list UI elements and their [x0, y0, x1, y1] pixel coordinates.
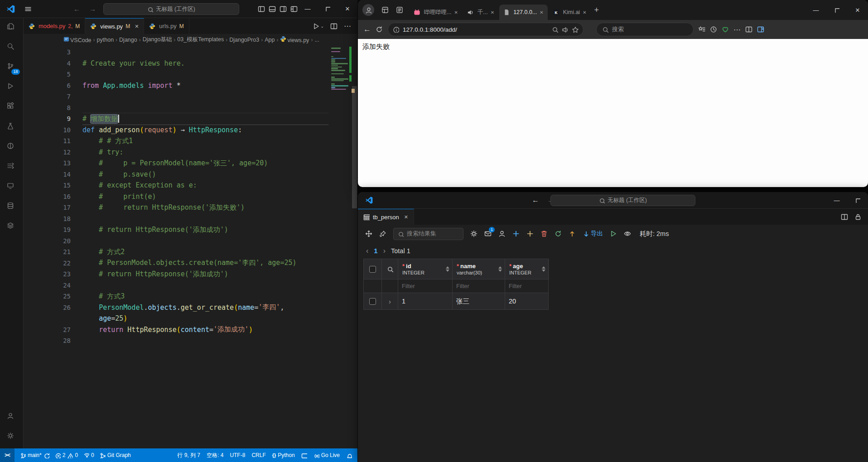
- browser-essentials-icon[interactable]: [722, 26, 729, 33]
- screencast-icon[interactable]: [301, 452, 307, 458]
- tab-tb-person[interactable]: tb_person ✕: [358, 209, 414, 225]
- breadcrumb-item[interactable]: Django: [119, 37, 137, 43]
- testing-icon[interactable]: [7, 122, 17, 132]
- split-screen-icon[interactable]: [745, 26, 752, 33]
- toggle-sidebar-icon[interactable]: [258, 5, 265, 13]
- code-line[interactable]: 14 # p.save(): [24, 169, 328, 180]
- close-tab-icon[interactable]: ✕: [540, 10, 543, 15]
- result-search-input[interactable]: 搜索结果集: [393, 228, 463, 240]
- add-row-icon[interactable]: [512, 230, 520, 237]
- code-line[interactable]: 5: [24, 69, 328, 80]
- code-line[interactable]: 9# 增加数据: [24, 113, 328, 125]
- sort-arrows-icon[interactable]: [498, 266, 502, 272]
- pin-icon[interactable]: [379, 230, 386, 237]
- code-line[interactable]: age=25): [24, 313, 328, 324]
- user-icon[interactable]: [498, 230, 506, 237]
- code-line[interactable]: 19 # return HttpResponse('添加成功'): [24, 224, 328, 236]
- code-line[interactable]: 21 # 方式2: [24, 246, 328, 258]
- db-minimize-button[interactable]: —: [826, 192, 847, 209]
- address-bar[interactable]: 127.0.0.1:8000/add/: [388, 23, 583, 36]
- move-icon[interactable]: [365, 230, 372, 237]
- breadcrumb-item[interactable]: Django基础: [143, 36, 172, 43]
- accounts-icon[interactable]: [7, 412, 17, 422]
- copilot-sidebar-icon[interactable]: [757, 26, 764, 33]
- code-line[interactable]: 23 # return HttpResponse('添加成功'): [24, 269, 328, 280]
- eol-status[interactable]: CRLF: [251, 452, 265, 458]
- code-line[interactable]: 7: [24, 91, 328, 102]
- browser-back-icon[interactable]: ←: [363, 25, 371, 34]
- code-editor[interactable]: 34# Create your views here.56from App.mo…: [24, 45, 357, 448]
- filter-input-name[interactable]: Filter: [453, 279, 505, 293]
- checkbox[interactable]: [369, 298, 376, 305]
- favorites-bar-icon[interactable]: [698, 26, 705, 33]
- browser-minimize-button[interactable]: —: [805, 0, 826, 20]
- settings-gear-icon[interactable]: [7, 432, 17, 442]
- profile-avatar[interactable]: [362, 4, 374, 16]
- split-editor-icon[interactable]: [330, 22, 338, 30]
- maximize-button[interactable]: [318, 0, 338, 18]
- editor-tab-models.py[interactable]: models.py2,M: [24, 18, 85, 34]
- run-sql-icon[interactable]: [610, 230, 617, 237]
- code-line[interactable]: 18: [24, 213, 328, 225]
- remote-explorer-icon[interactable]: [7, 182, 17, 192]
- db-nav-back-icon[interactable]: ←: [532, 196, 539, 204]
- checkbox[interactable]: [369, 266, 376, 273]
- column-search-icon[interactable]: [382, 259, 398, 279]
- lock-icon[interactable]: [854, 213, 862, 221]
- settings-gear-icon[interactable]: [470, 230, 477, 237]
- select-all-checkbox[interactable]: [364, 259, 382, 279]
- run-python-button[interactable]: ⌄: [313, 23, 324, 30]
- code-line[interactable]: 28: [24, 335, 328, 346]
- breadcrumb-item[interactable]: 03_模板Templates: [177, 36, 224, 43]
- new-tab-button[interactable]: +: [594, 5, 599, 15]
- close-tab-icon[interactable]: ✕: [491, 10, 494, 15]
- toggle-panel-icon[interactable]: [269, 5, 276, 13]
- command-center-search[interactable]: 无标题 (工作区): [103, 3, 239, 15]
- close-tab-icon[interactable]: ✕: [135, 24, 139, 29]
- close-tab-icon[interactable]: ✕: [454, 10, 458, 15]
- code-line[interactable]: 24: [24, 280, 328, 291]
- indentation-status[interactable]: 空格: 4: [207, 452, 223, 459]
- row-expander[interactable]: ›: [382, 293, 398, 310]
- close-button[interactable]: ✕: [338, 0, 357, 18]
- code-line[interactable]: 13 # p = PersonModel(name='张三', age=20): [24, 158, 328, 169]
- table-cell[interactable]: 1: [398, 293, 453, 310]
- search-box[interactable]: 搜索: [596, 23, 694, 36]
- more-menu-icon[interactable]: ⋯: [733, 25, 741, 34]
- search-icon[interactable]: [7, 43, 17, 53]
- browser-tab-千...[interactable]: 千...✕: [463, 5, 498, 20]
- remote-indicator[interactable]: ><: [0, 448, 14, 462]
- editor-tab-views.py[interactable]: views.pyM✕: [85, 18, 144, 34]
- minimize-button[interactable]: —: [298, 0, 318, 18]
- notifications-bell-icon[interactable]: [346, 452, 352, 458]
- breadcrumb-item[interactable]: App: [265, 37, 275, 43]
- next-page-icon[interactable]: ›: [383, 247, 386, 255]
- menu-icon[interactable]: [24, 5, 32, 13]
- db-maximize-button[interactable]: [847, 192, 868, 209]
- table-cell[interactable]: 20: [505, 293, 549, 310]
- code-line[interactable]: 17 # return HttpResponse('添加失败'): [24, 202, 328, 213]
- code-line[interactable]: 6from App.models import *: [24, 80, 328, 91]
- toggle-secondary-sidebar-icon[interactable]: [280, 5, 287, 13]
- go-live-status[interactable]: Go Live: [313, 452, 340, 458]
- preview-eye-icon[interactable]: [624, 230, 631, 237]
- editor-tab-urls.py[interactable]: urls.pyM: [144, 18, 189, 34]
- search-in-page-icon[interactable]: [552, 26, 558, 33]
- code-line[interactable]: 3: [24, 47, 328, 58]
- code-line[interactable]: 25 # 方式3: [24, 291, 328, 302]
- mail-icon[interactable]: 1: [484, 230, 492, 237]
- problems-status[interactable]: 2 0: [55, 452, 78, 458]
- editor-scrollbar[interactable]: [352, 45, 357, 448]
- code-line[interactable]: 15 # except Exception as e:: [24, 180, 328, 191]
- nav-forward-icon[interactable]: →: [89, 5, 96, 13]
- sort-arrows-icon[interactable]: [542, 266, 545, 272]
- breadcrumb-item[interactable]: DjangoPro3: [229, 37, 259, 43]
- db-command-center-search[interactable]: 无标题 (工作区): [550, 195, 695, 206]
- read-aloud-icon[interactable]: [562, 26, 568, 33]
- browser-tab-哔哩哔哩...[interactable]: 哔哩哔哩...✕: [410, 5, 462, 20]
- git-branch-status[interactable]: main*: [20, 452, 49, 458]
- git-graph-status[interactable]: Git Graph: [100, 452, 131, 458]
- filter-input-age[interactable]: Filter: [505, 279, 549, 293]
- close-tab-icon[interactable]: ✕: [404, 214, 408, 220]
- delete-icon[interactable]: [540, 230, 548, 237]
